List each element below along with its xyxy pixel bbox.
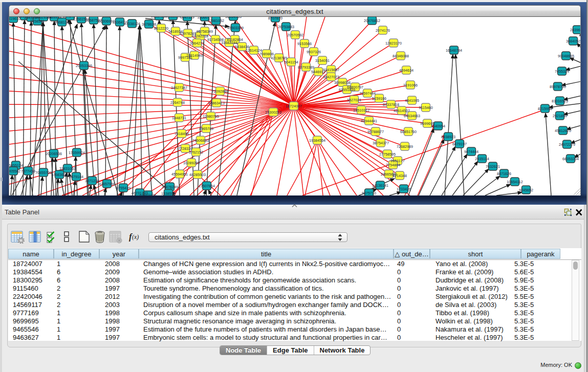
svg-text:3684052: 3684052 [566,39,580,43]
svg-text:42614537: 42614537 [394,108,410,113]
svg-text:9474444: 9474444 [464,149,478,154]
svg-text:99788677: 99788677 [367,129,384,134]
svg-text:9699695: 9699695 [420,121,434,126]
svg-text:2074176: 2074176 [376,28,390,33]
svg-text:14136141: 14136141 [372,183,388,188]
svg-text:6479197: 6479197 [452,142,467,146]
svg-text:4905582: 4905582 [9,169,20,173]
svg-text:83863413: 83863413 [208,101,225,105]
svg-text:4841005: 4841005 [405,98,419,103]
svg-text:64634663: 64634663 [404,114,420,118]
svg-text:17359924: 17359924 [69,150,85,155]
svg-text:8707870: 8707870 [268,17,282,20]
svg-text:68353204: 68353204 [562,157,579,161]
svg-text:7632621: 7632621 [486,164,500,169]
svg-text:7818496: 7818496 [175,132,189,136]
svg-text:38427073: 38427073 [323,75,339,79]
svg-text:70855700: 70855700 [35,170,52,175]
svg-text:19384554: 19384554 [309,138,325,143]
svg-text:16648784: 16648784 [446,48,462,53]
svg-text:4965789: 4965789 [199,126,213,131]
svg-text:12823170: 12823170 [385,41,402,46]
svg-text:72682989: 72682989 [397,144,413,149]
svg-text:81182864: 81182864 [227,37,243,42]
svg-text:5159166: 5159166 [372,96,386,101]
svg-text:8612220: 8612220 [154,26,168,31]
svg-text:30868105: 30868105 [165,17,181,18]
svg-text:72092888: 72092888 [212,89,228,94]
svg-text:3871230: 3871230 [85,179,99,183]
svg-text:63843426: 63843426 [140,193,156,196]
svg-text:9937326: 9937326 [307,50,321,54]
svg-text:48285503: 48285503 [189,172,206,177]
svg-text:4694634: 4694634 [399,68,413,73]
svg-text:8471626: 8471626 [497,171,511,176]
svg-text:20053346: 20053346 [76,63,92,68]
svg-text:20876812: 20876812 [364,18,380,23]
svg-text:2839607: 2839607 [570,28,581,32]
svg-text:5479144: 5479144 [69,174,83,179]
svg-text:27758595: 27758595 [379,152,396,157]
svg-text:4214348: 4214348 [393,173,407,178]
svg-text:90048665: 90048665 [558,54,574,58]
svg-text:34627347: 34627347 [171,85,187,90]
svg-text:26753883: 26753883 [278,25,294,29]
svg-text:2458591: 2458591 [30,19,45,24]
svg-text:19510312: 19510312 [353,108,369,113]
svg-text:45594951: 45594951 [171,172,188,177]
svg-text:28814949: 28814949 [186,53,203,58]
svg-text:68800797: 68800797 [347,85,363,90]
svg-text:5855124: 5855124 [9,163,23,168]
svg-text:42857966: 42857966 [99,182,115,186]
svg-text:2921859: 2921859 [553,114,567,118]
svg-text:15300213: 15300213 [265,110,281,115]
svg-text:5041154: 5041154 [284,60,298,64]
svg-text:20570592: 20570592 [287,33,303,37]
svg-text:11980765: 11980765 [203,114,219,119]
svg-text:47338124: 47338124 [124,21,140,26]
svg-text:4668136: 4668136 [55,20,69,25]
svg-text:45503389: 45503389 [227,26,244,30]
svg-text:10654112: 10654112 [507,180,522,184]
svg-text:20206536: 20206536 [46,151,62,156]
svg-text:1733426: 1733426 [397,187,411,191]
svg-text:39476249: 39476249 [162,185,178,189]
svg-text:36998038: 36998038 [334,80,351,85]
svg-text:41944441: 41944441 [361,119,377,123]
svg-text:1499914: 1499914 [47,17,61,19]
svg-text:89978790: 89978790 [550,84,566,89]
svg-text:45812670: 45812670 [555,128,571,133]
svg-text:2935114: 2935114 [475,157,489,161]
svg-text:18724007: 18724007 [286,104,302,108]
svg-text:9115460: 9115460 [419,105,432,110]
svg-text:31831063: 31831063 [59,166,76,171]
svg-text:95758349: 95758349 [197,29,213,34]
svg-text:7754864: 7754864 [386,163,400,167]
svg-text:10289289: 10289289 [183,161,200,165]
svg-text:91415657: 91415657 [323,68,339,72]
svg-text:9245652: 9245652 [519,188,533,192]
svg-text:9375710: 9375710 [362,191,376,195]
svg-text:66851760: 66851760 [400,129,417,134]
svg-text:1527021: 1527021 [347,98,361,102]
svg-text:17507864: 17507864 [199,184,215,188]
svg-text:1538552: 1538552 [161,191,176,196]
svg-text:2191066: 2191066 [403,83,418,87]
svg-text:81016525: 81016525 [552,99,568,103]
svg-text:1848731: 1848731 [172,116,186,120]
svg-text:70597444: 70597444 [359,91,376,96]
svg-text:9153566: 9153566 [297,41,312,46]
svg-text:8215958: 8215958 [538,106,552,111]
svg-text:83793389: 83793389 [298,65,314,70]
svg-text:22981052: 22981052 [208,18,224,23]
svg-text:7455324: 7455324 [555,69,569,74]
svg-text:3564217: 3564217 [190,41,204,46]
svg-text:56164955: 56164955 [225,17,242,19]
svg-text:74606833: 74606833 [192,138,209,143]
svg-text:38754377: 38754377 [373,141,389,145]
svg-text:87337818: 87337818 [383,102,399,107]
svg-text:8938923: 8938923 [441,135,455,139]
svg-text:(x): (x) [132,233,139,240]
svg-text:2264748: 2264748 [170,100,185,105]
svg-text:57683626: 57683626 [51,172,68,177]
